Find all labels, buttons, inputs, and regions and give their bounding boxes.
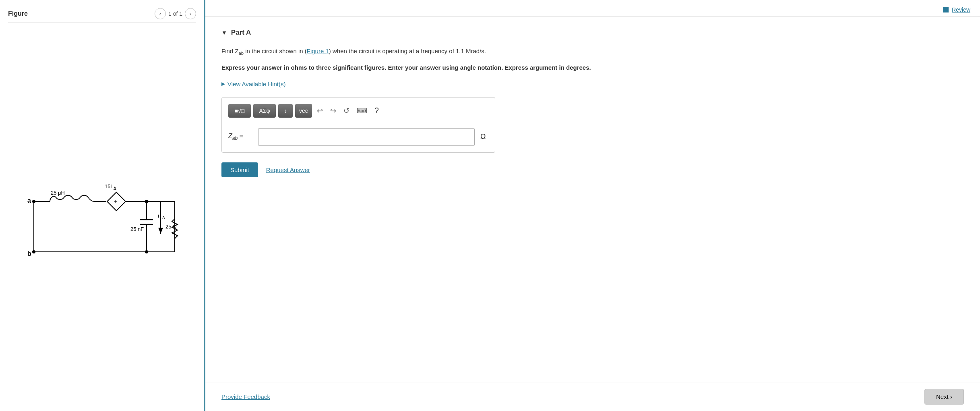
greek-symbols-button[interactable]: ΑΣφ [253,104,276,118]
answer-input[interactable] [258,128,475,146]
circuit-diagram: a b 25 μH + 15i Δ [8,28,196,403]
vector-button[interactable]: vec [295,104,312,118]
request-answer-link[interactable]: Request Answer [266,166,310,173]
svg-text:+: + [114,198,117,205]
feedback-link[interactable]: Provide Feedback [221,393,270,400]
hint-arrow-icon: ▶ [221,81,225,87]
svg-text:Δ: Δ [114,186,116,191]
figure-next-button[interactable]: › [185,8,196,19]
review-label: Review [952,6,970,13]
svg-text:25 μH: 25 μH [51,190,65,196]
part-title: Part A [231,29,251,37]
next-button[interactable]: Next › [924,389,964,405]
svg-point-15 [32,250,35,253]
svg-text:a: a [27,197,31,204]
help-button[interactable]: ? [372,104,381,118]
action-row: Submit Request Answer [221,162,964,177]
answer-box: ■√□ ΑΣφ ↕ vec ↩ ↪ ↺ ⌨ ? Zab = Ω [221,97,495,153]
figure-prev-button[interactable]: ‹ [155,8,166,19]
svg-text:Δ: Δ [162,216,165,220]
svg-text:b: b [27,250,31,257]
keyboard-button[interactable]: ⌨ [354,104,370,118]
math-editor-button[interactable]: ■√□ [228,104,251,118]
submit-button[interactable]: Submit [221,162,258,177]
svg-text:15i: 15i [105,183,112,189]
question-text: Find Zab in the circuit shown in (Figure… [221,46,964,57]
svg-text:25 nF: 25 nF [130,226,144,232]
figure-link[interactable]: Figure 1 [307,48,329,54]
undo-button[interactable]: ↩ [314,104,325,118]
hint-link[interactable]: ▶ View Available Hint(s) [221,81,964,87]
redo-button[interactable]: ↪ [328,104,339,118]
svg-point-14 [32,200,35,203]
hint-label: View Available Hint(s) [227,81,286,87]
review-icon [943,7,949,12]
refresh-button[interactable]: ↺ [341,104,352,118]
answer-unit: Ω [480,133,488,141]
bottom-bar: Provide Feedback Next › [205,382,980,411]
superscript-button[interactable]: ↕ [278,104,293,118]
answer-label: Zab = [228,133,252,141]
figure-count: 1 of 1 [168,10,182,17]
instruction-text: Express your answer in ohms to three sig… [221,63,964,73]
svg-marker-26 [158,228,163,234]
svg-text:i: i [158,213,159,219]
review-link[interactable]: Review [943,6,970,13]
toolbar: ■√□ ΑΣφ ↕ vec ↩ ↪ ↺ ⌨ ? [228,104,488,122]
figure-title: Figure [8,10,28,17]
collapse-arrow-icon[interactable]: ▼ [221,29,227,36]
circuit-svg: a b 25 μH + 15i Δ [22,159,183,272]
